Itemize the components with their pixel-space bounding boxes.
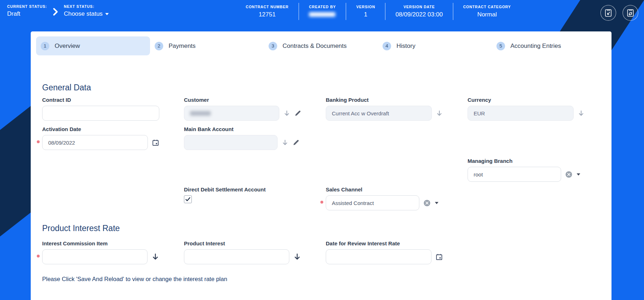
redacted-value [309,12,335,17]
calendar-icon[interactable] [435,253,443,261]
meta-label: CREATED BY [309,5,336,9]
calendar-icon[interactable] [152,139,159,146]
tab-label: Overview [55,42,80,50]
general-row-1: Contract ID Customer [42,97,600,121]
field-contract-id: Contract ID [42,97,159,121]
tab-accounting-entries[interactable]: 5 Accounting Entries [492,36,606,55]
tab-number-badge: 5 [496,42,505,50]
next-status: NEXT STATUS: Choose status [64,4,109,18]
contract-id-input[interactable] [42,106,159,121]
section-title-general-data: General Data [42,83,91,92]
tab-number-badge: 2 [155,42,163,50]
current-status: CURRENT STATUS: Draft [7,4,47,18]
meta-contract-category: CONTRACT CATEGORY Normal [453,3,521,20]
caret-down-icon[interactable] [576,173,580,176]
lookup-arrow-icon[interactable] [151,253,159,261]
meta-value: 1 [356,11,375,18]
meta-value: 08/09/2022 03:00 [395,11,443,18]
field-label: Managing Branch [468,158,585,164]
next-status-value: Choose status [64,10,103,18]
status-header: CURRENT STATUS: Draft NEXT STATUS: Choos… [0,0,644,31]
current-status-label: CURRENT STATUS: [7,4,47,9]
contract-page: CURRENT STATUS: Draft NEXT STATUS: Choos… [0,0,644,300]
required-indicator [320,201,323,204]
meta-created-by: CREATED BY [299,3,346,20]
interest-commission-item-input[interactable] [42,249,148,264]
activation-date-input[interactable] [42,135,148,150]
tab-payments[interactable]: 2 Payments [150,36,264,55]
field-direct-debit: Direct Debit Settlement Account [184,186,301,210]
tab-number-badge: 4 [383,42,391,50]
dropdown-arrow-icon[interactable] [283,110,290,117]
meta-value: Normal [463,11,511,18]
choose-status-dropdown[interactable]: Choose status [64,10,109,18]
customer-input [184,106,279,121]
date-for-review-input[interactable] [326,249,431,264]
tab-overview[interactable]: 1 Overview [36,36,150,55]
save-button[interactable] [600,5,616,21]
contract-meta: CONTRACT NUMBER 12751 CREATED BY VERSION… [236,3,521,20]
clear-icon[interactable] [423,199,431,207]
direct-debit-checkbox[interactable] [184,195,192,203]
general-row-3: Managing Branch [42,158,600,182]
save-icon [604,8,613,18]
field-interest-commission-item: Interest Commission Item [42,240,159,264]
tab-contracts-documents[interactable]: 3 Contracts & Documents [264,36,378,55]
product-interest-input[interactable] [184,249,289,264]
tab-label: Accounting Entries [510,42,561,50]
checkmark-icon [185,196,191,202]
contract-form-card: 1 Overview 2 Payments 3 Contracts & Docu… [31,31,611,300]
field-label: Product Interest [184,240,301,246]
general-row-2: Activation Date Main Bank Account [42,126,600,150]
save-reload-icon [626,8,635,18]
field-label: Currency [468,97,585,103]
dropdown-arrow-icon[interactable] [436,110,443,117]
save-reload-note: Please Click 'Save And Reload' to view o… [42,276,227,282]
currency-input [468,106,574,121]
tab-number-badge: 3 [269,42,277,50]
dropdown-arrow-icon[interactable] [281,139,289,146]
meta-label: CONTRACT NUMBER [246,5,289,9]
chevron-right-icon [53,8,58,17]
save-and-reload-button[interactable] [623,5,638,21]
field-label: Banking Product [326,97,443,103]
managing-branch-input[interactable] [468,167,561,182]
caret-down-icon [105,13,109,15]
status-flow: CURRENT STATUS: Draft NEXT STATUS: Choos… [7,4,109,18]
field-currency: Currency [468,97,585,121]
field-main-bank-account: Main Bank Account [184,126,301,150]
field-label: Main Bank Account [184,126,301,132]
field-label: Sales Channel [326,186,443,192]
caret-down-icon[interactable] [435,202,439,204]
redacted-value [190,111,211,116]
meta-version-date: VERSION DATE 08/09/2022 03:00 [385,3,453,20]
dropdown-arrow-icon[interactable] [578,110,585,117]
field-product-interest: Product Interest [184,240,301,264]
tab-label: Payments [169,42,196,50]
tab-bar: 1 Overview 2 Payments 3 Contracts & Docu… [36,36,606,55]
banking-product-input [326,106,432,121]
tab-history[interactable]: 4 History [378,36,492,55]
field-managing-branch: Managing Branch [468,158,585,182]
field-label: Activation Date [42,126,159,132]
meta-value: 12751 [246,11,289,18]
meta-label: VERSION [356,5,375,9]
required-indicator [37,140,40,143]
lookup-arrow-icon[interactable] [293,253,301,261]
field-activation-date: Activation Date [42,126,159,150]
sales-channel-input[interactable] [326,195,419,210]
edit-pencil-icon[interactable] [293,139,299,146]
meta-contract-number: CONTRACT NUMBER 12751 [236,3,299,20]
current-status-value: Draft [7,10,47,18]
clear-icon[interactable] [565,171,573,178]
edit-pencil-icon[interactable] [294,110,301,117]
field-label: Date for Review Interest Rate [326,240,443,246]
field-customer: Customer [184,97,301,121]
field-label: Interest Commission Item [42,240,159,246]
meta-label: CONTRACT CATEGORY [463,5,511,9]
main-bank-account-input [184,135,278,150]
field-sales-channel: Sales Channel [326,186,443,210]
tab-label: Contracts & Documents [283,42,347,50]
field-label: Customer [184,97,301,103]
meta-version: VERSION 1 [346,3,385,20]
